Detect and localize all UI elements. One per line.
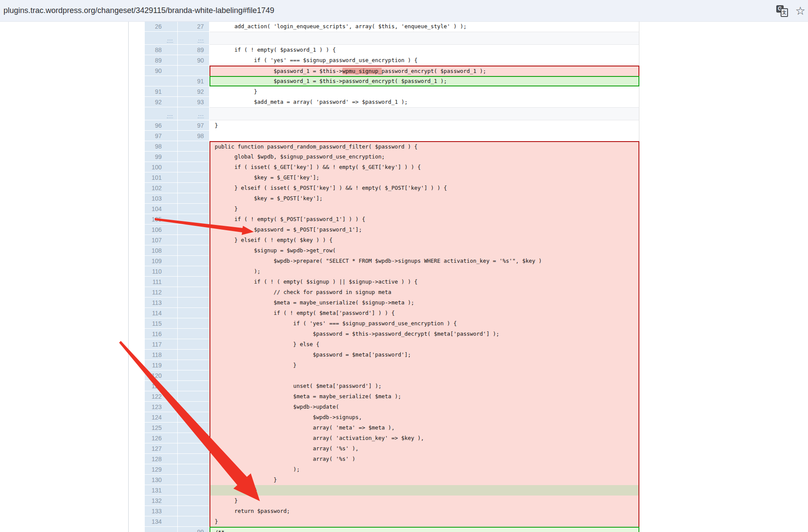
old-line-number[interactable]: 98 [145, 141, 178, 152]
new-line-number[interactable] [178, 297, 209, 308]
new-line-number[interactable] [178, 516, 209, 527]
new-line-number[interactable]: 97 [178, 120, 209, 131]
new-line-number[interactable] [178, 287, 209, 297]
url-text[interactable]: plugins.trac.wordpress.org/changeset/342… [0, 6, 274, 15]
new-line-number[interactable] [178, 204, 209, 214]
old-line-number[interactable]: 119 [145, 360, 178, 370]
old-line-number[interactable]: 126 [145, 433, 178, 443]
old-line-number[interactable]: 117 [145, 339, 178, 350]
old-line-number[interactable]: 110 [145, 266, 178, 277]
old-line-number[interactable]: 121 [145, 381, 178, 391]
new-line-number[interactable] [178, 370, 209, 381]
new-line-number[interactable]: … [178, 32, 209, 45]
new-line-number[interactable] [178, 506, 209, 516]
old-line-number[interactable]: 114 [145, 308, 178, 318]
new-line-number[interactable] [178, 245, 209, 256]
old-line-number[interactable]: 102 [145, 183, 178, 193]
old-line-number[interactable]: 89 [145, 55, 178, 66]
old-line-number[interactable]: 101 [145, 172, 178, 183]
old-line-number[interactable]: 91 [145, 86, 178, 97]
new-line-number[interactable] [178, 152, 209, 162]
old-line-number[interactable]: 122 [145, 391, 178, 402]
new-line-number[interactable] [178, 277, 209, 287]
new-line-number[interactable] [178, 391, 209, 402]
new-line-number[interactable] [178, 485, 209, 496]
old-line-number[interactable]: 99 [145, 152, 178, 162]
new-line-number[interactable] [178, 329, 209, 339]
old-line-number[interactable]: 124 [145, 412, 178, 423]
new-line-number[interactable]: 27 [178, 21, 209, 32]
new-line-number[interactable] [178, 318, 209, 329]
old-line-number[interactable]: 108 [145, 245, 178, 256]
old-line-number[interactable]: 103 [145, 193, 178, 204]
old-line-number[interactable]: 97 [145, 131, 178, 141]
new-line-number[interactable] [178, 66, 209, 76]
new-line-number[interactable] [178, 496, 209, 506]
new-line-number[interactable] [178, 256, 209, 266]
bookmark-star-icon[interactable]: ☆ [795, 5, 805, 17]
old-line-number[interactable]: 107 [145, 235, 178, 245]
new-line-number[interactable] [178, 412, 209, 423]
new-line-number[interactable] [178, 454, 209, 464]
new-line-number[interactable] [178, 433, 209, 443]
old-line-number[interactable]: 130 [145, 475, 178, 485]
new-line-number[interactable]: 93 [178, 97, 209, 107]
new-line-number[interactable] [178, 402, 209, 412]
new-line-number[interactable] [178, 308, 209, 318]
old-line-number[interactable]: 129 [145, 464, 178, 475]
old-line-number[interactable]: 104 [145, 204, 178, 214]
old-line-number[interactable]: 116 [145, 329, 178, 339]
old-line-number[interactable]: 118 [145, 350, 178, 360]
old-line-number[interactable]: 125 [145, 423, 178, 433]
new-line-number[interactable] [178, 475, 209, 485]
new-line-number[interactable] [178, 214, 209, 225]
old-line-number[interactable]: 128 [145, 454, 178, 464]
old-line-number[interactable] [145, 527, 178, 532]
new-line-number[interactable] [178, 339, 209, 350]
new-line-number[interactable]: 99 [178, 527, 209, 532]
old-line-number[interactable]: 92 [145, 97, 178, 107]
new-line-number[interactable] [178, 464, 209, 475]
new-line-number[interactable] [178, 443, 209, 454]
new-line-number[interactable] [178, 235, 209, 245]
old-line-number[interactable]: 88 [145, 45, 178, 55]
old-line-number[interactable]: 112 [145, 287, 178, 297]
old-line-number[interactable]: 106 [145, 225, 178, 235]
old-line-number[interactable]: 109 [145, 256, 178, 266]
old-line-number[interactable]: 115 [145, 318, 178, 329]
old-line-number[interactable]: 111 [145, 277, 178, 287]
old-line-number[interactable]: 105 [145, 214, 178, 225]
new-line-number[interactable] [178, 225, 209, 235]
new-line-number[interactable] [178, 423, 209, 433]
new-line-number[interactable] [178, 162, 209, 172]
old-line-number[interactable]: 120 [145, 370, 178, 381]
new-line-number[interactable]: 89 [178, 45, 209, 55]
new-line-number[interactable]: … [178, 107, 209, 120]
new-line-number[interactable] [178, 193, 209, 204]
new-line-number[interactable]: 92 [178, 86, 209, 97]
new-line-number[interactable]: 98 [178, 131, 209, 141]
new-line-number[interactable] [178, 350, 209, 360]
old-line-number[interactable]: 131 [145, 485, 178, 496]
new-line-number[interactable] [178, 183, 209, 193]
google-translate-icon[interactable]: G 文 [776, 5, 789, 17]
old-line-number[interactable]: 127 [145, 443, 178, 454]
old-line-number[interactable]: 132 [145, 496, 178, 506]
old-line-number[interactable]: 100 [145, 162, 178, 172]
old-line-number[interactable]: 133 [145, 506, 178, 516]
old-line-number[interactable]: … [145, 107, 178, 120]
new-line-number[interactable] [178, 141, 209, 152]
old-line-number[interactable]: 123 [145, 402, 178, 412]
new-line-number[interactable] [178, 266, 209, 277]
old-line-number[interactable]: 96 [145, 120, 178, 131]
old-line-number[interactable]: 90 [145, 66, 178, 76]
new-line-number[interactable] [178, 360, 209, 370]
old-line-number[interactable]: 113 [145, 297, 178, 308]
new-line-number[interactable]: 90 [178, 55, 209, 66]
new-line-number[interactable] [178, 172, 209, 183]
new-line-number[interactable]: 91 [178, 76, 209, 86]
old-line-number[interactable] [145, 76, 178, 86]
old-line-number[interactable]: 26 [145, 21, 178, 32]
new-line-number[interactable] [178, 381, 209, 391]
old-line-number[interactable]: … [145, 32, 178, 45]
